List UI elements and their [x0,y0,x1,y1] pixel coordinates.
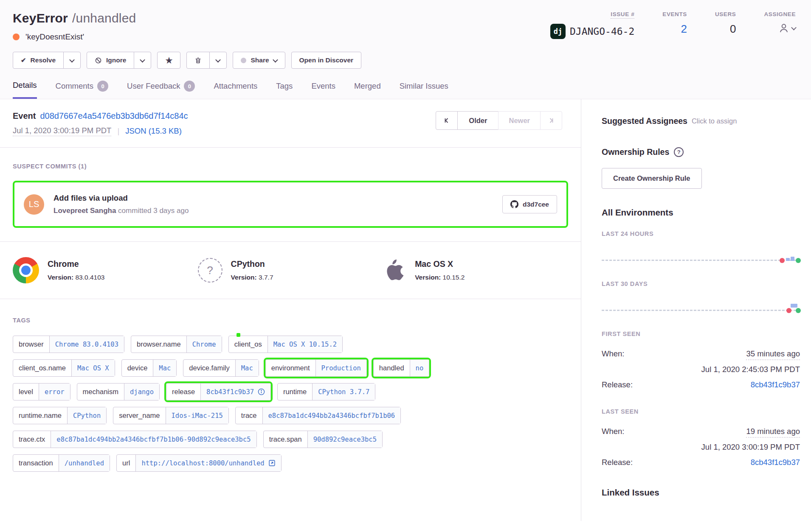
resolve-button[interactable]: ✔ Resolve [13,52,64,69]
tag-trace-ctx[interactable]: trace.ctxe8c87ba1dc494bb2a4346bcfbf7b1b0… [13,431,257,448]
tab-tags[interactable]: Tags [276,81,293,99]
last-seen-release-link[interactable]: 8cb43f1c9b37 [751,458,800,467]
delete-dropdown-button[interactable] [209,52,227,69]
tag-handled[interactable]: handledno [373,359,429,377]
first-seen-release-link[interactable]: 8cb43f1c9b37 [751,380,800,389]
older-event-button[interactable]: Older [457,111,498,130]
first-seen-label: FIRST SEEN [602,330,800,337]
comments-count-badge: 0 [97,81,108,92]
event-header: Eventd08d7667e4a5476eb3b3db6d7f14c84c Ju… [0,99,581,148]
suggested-assignees-title: Suggested Assignees [602,116,687,126]
issue-short-id: DJANGO-46-2 [570,26,634,37]
events-count[interactable]: 2 [681,22,687,36]
tag-server-name[interactable]: server_nameIdos-iMac-215 [113,407,229,424]
users-count[interactable]: 0 [730,22,736,36]
tags-heading: TAGS [13,317,568,324]
tab-merged[interactable]: Merged [354,81,381,99]
external-link-icon[interactable] [268,459,276,467]
event-bars-icon [786,257,794,261]
tag-device-family[interactable]: device.familyMac [183,359,259,377]
resolve-dropdown-button[interactable] [63,52,81,69]
open-in-discover-button[interactable]: Open in Discover [291,52,361,69]
oldest-event-button[interactable] [436,111,458,130]
first-seen-marker-icon [780,258,785,263]
annotation-dot [237,333,240,337]
tag-url[interactable]: urlhttp://localhost:8000/unhandled [116,454,282,472]
ownership-rules-title: Ownership Rules [602,147,669,157]
event-pagination: Older Newer [436,111,562,130]
last-seen-relative: 19 minutes ago [746,427,800,438]
skip-to-latest-button[interactable] [540,111,562,130]
tag-environment[interactable]: environmentProduction [265,359,367,377]
chevron-down-icon [69,57,75,62]
tag-client-os-name[interactable]: client_os.nameMac OS X [13,359,115,377]
commit-sha-button[interactable]: d3d7cee [502,195,557,213]
help-circle-icon[interactable]: ? [674,147,684,157]
unknown-runtime-icon: ? [198,258,222,283]
tag-browser[interactable]: browserChrome 83.0.4103 [13,336,124,353]
chevron-down-icon [273,57,278,62]
tag-client-os[interactable]: client_osMac OS X 10.15.2 [228,336,343,353]
tab-similar-issues[interactable]: Similar Issues [400,81,448,99]
commit-meta: committed 3 days ago [116,207,189,215]
assignee-label: ASSIGNEE [764,11,796,17]
tag-runtime[interactable]: runtimeCPython 3.7.7 [277,383,375,400]
assignee-dropdown[interactable] [778,22,796,34]
mute-circle-icon [95,57,102,64]
last-seen-marker-icon [796,308,801,313]
event-label: Event [13,111,36,120]
issue-details-main: Eventd08d7667e4a5476eb3b3db6d7f14c84c Ju… [0,99,581,521]
info-icon[interactable] [258,388,265,395]
tag-level[interactable]: levelerror [13,383,70,400]
tag-runtime-name[interactable]: runtime.nameCPython [13,407,107,424]
release-label: Release: [602,458,633,467]
action-toolbar: ✔ Resolve Ignore ★ Share Open in Discove… [13,52,811,69]
page-title: KeyError/unhandled [13,11,136,25]
share-button[interactable]: Share [233,52,285,69]
tag-transaction[interactable]: transaction/unhandled [13,454,110,472]
tag-release[interactable]: release8cb43f1c9b37 [166,383,271,400]
release-label: Release: [602,380,633,389]
sparkline-30d [602,287,800,318]
context-version: 10.15.2 [443,274,465,281]
commit-author: Lovepreet Sangha [54,207,116,215]
tab-attachments[interactable]: Attachments [214,81,257,99]
tab-details[interactable]: Details [13,81,37,99]
trash-icon [194,57,202,64]
context-version: 83.0.4103 [75,274,104,281]
tab-events[interactable]: Events [311,81,335,99]
when-label: When: [602,427,624,436]
tag-trace[interactable]: tracee8c87ba1dc494bb2a4346bcfbf7b1b06 [235,407,401,424]
tab-user-feedback[interactable]: User Feedback0 [127,81,195,99]
tag-mechanism[interactable]: mechanismdjango [77,383,160,400]
tag-browser-name[interactable]: browser.nameChrome [131,336,222,353]
users-label: USERS [715,11,736,17]
ignore-button[interactable]: Ignore [87,52,134,69]
context-name: CPython [231,259,273,269]
sparkline-baseline [602,260,800,261]
ignore-dropdown-button[interactable] [134,52,151,69]
all-environments-heading: All Environments [602,207,800,218]
newer-event-button[interactable]: Newer [498,111,541,130]
delete-button[interactable] [186,52,210,69]
issue-header: KeyError/unhandled 'keyDoesntExist' ISSU… [0,0,811,99]
tag-trace-span[interactable]: trace.span90d892c9eace3bc5 [263,431,383,448]
context-runtime: ? CPython Version: 3.7.7 [198,257,383,283]
issue-tabs: Details Comments0 User Feedback0 Attachm… [0,81,811,99]
event-json-link[interactable]: JSON (15.3 KB) [125,126,182,136]
event-id-link[interactable]: d08d7667e4a5476eb3b3db6d7f14c84c [40,111,188,120]
stat-events: EVENTS 2 [662,11,687,42]
last-30-days-label: LAST 30 DAYS [602,280,800,287]
issue-sidebar: Suggested Assignees Click to assign Owne… [581,99,811,521]
tag-device[interactable]: deviceMac [121,359,177,377]
context-version: 3.7.7 [259,274,273,281]
create-ownership-rule-button[interactable]: Create Ownership Rule [602,168,702,189]
star-icon: ★ [165,56,172,65]
events-label: EVENTS [662,11,687,17]
tab-comments[interactable]: Comments0 [56,81,108,99]
stat-users: USERS 0 [715,11,736,42]
event-contexts: Chrome Version: 83.0.4103 ? CPython Vers… [0,241,581,299]
commit-title: Add files via upload [54,193,189,203]
bookmark-button[interactable]: ★ [157,52,180,69]
checkmark-icon: ✔ [21,56,26,64]
